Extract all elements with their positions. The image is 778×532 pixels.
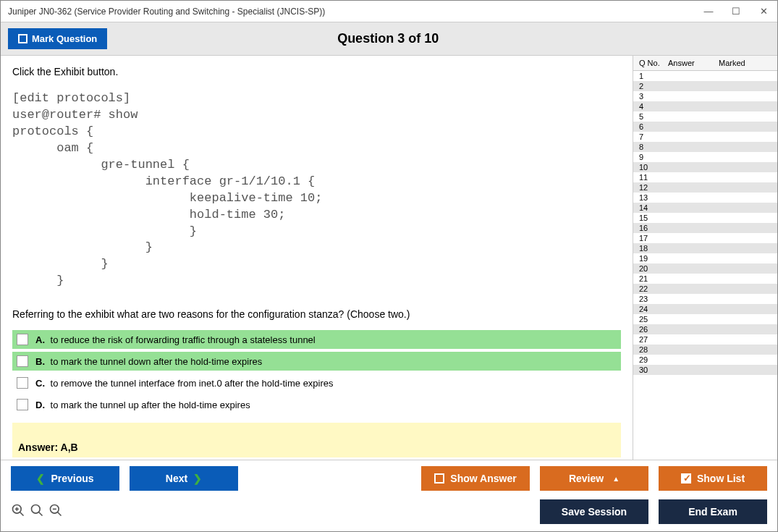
col-marked: Marked: [719, 59, 777, 67]
question-list-row[interactable]: 15: [633, 213, 777, 223]
question-list-row[interactable]: 26: [633, 324, 777, 334]
app-window: Juniper JN0-362 (Service Provider Routin…: [0, 0, 778, 532]
col-qno: Q No.: [639, 59, 668, 67]
question-list-row[interactable]: 1: [633, 71, 777, 81]
titlebar: Juniper JN0-362 (Service Provider Routin…: [1, 1, 777, 22]
previous-button[interactable]: ❮ Previous: [11, 466, 119, 491]
question-list-row[interactable]: 8: [633, 142, 777, 152]
main-body: Click the Exhibit button. [edit protocol…: [1, 56, 777, 460]
svg-line-5: [39, 512, 43, 515]
question-list-row[interactable]: 16: [633, 223, 777, 233]
option-text: D. to mark the tunnel up after the hold-…: [35, 400, 250, 410]
question-list-row[interactable]: 24: [633, 304, 777, 314]
question-counter: Question 3 of 10: [6, 31, 770, 46]
question-list-row[interactable]: 14: [633, 203, 777, 213]
question-list-row[interactable]: 5: [633, 111, 777, 122]
answer-bar: Answer: A,B: [12, 423, 621, 457]
option-checkbox[interactable]: [17, 399, 28, 410]
question-list-row[interactable]: 13: [633, 193, 777, 203]
question-list-row[interactable]: 25: [633, 314, 777, 324]
exhibit-code: [edit protocols] user@router# show proto…: [12, 90, 621, 290]
question-list-row[interactable]: 12: [633, 182, 777, 193]
zoom-reset-icon[interactable]: [11, 503, 25, 521]
question-list-row[interactable]: 17: [633, 233, 777, 243]
header-bar: Mark Question Question 3 of 10: [1, 22, 777, 56]
question-list-row[interactable]: 27: [633, 334, 777, 345]
button-row-2: Save Session End Exam: [1, 497, 777, 531]
review-button[interactable]: Review ▲: [540, 466, 648, 491]
minimize-icon[interactable]: —: [702, 5, 715, 18]
question-list-row[interactable]: 9: [633, 152, 777, 162]
question-list-row[interactable]: 18: [633, 243, 777, 253]
show-list-label: Show List: [697, 473, 745, 484]
question-text: Referring to the exhibit what are two re…: [12, 308, 621, 320]
option-checkbox[interactable]: [17, 334, 28, 345]
chevron-up-icon: ▲: [612, 475, 620, 483]
zoom-out-icon[interactable]: [48, 503, 63, 521]
end-exam-button[interactable]: End Exam: [659, 499, 767, 524]
end-exam-label: End Exam: [688, 506, 737, 518]
question-list-header: Q No. Answer Marked: [633, 56, 777, 71]
window-title: Juniper JN0-362 (Service Provider Routin…: [8, 7, 702, 17]
option-checkbox[interactable]: [17, 355, 28, 367]
question-list-row[interactable]: 2: [633, 81, 777, 91]
button-row-1: ❮ Previous Next ❯ Show Answer Review ▲ S…: [1, 460, 777, 497]
option-row[interactable]: A. to reduce the risk of forwarding traf…: [12, 330, 621, 349]
question-list-panel: Q No. Answer Marked 12345678910111213141…: [633, 56, 777, 460]
window-controls: — ☐ ✕: [702, 5, 770, 18]
question-list-row[interactable]: 20: [633, 263, 777, 274]
option-text: C. to remove the tunnel interface from i…: [35, 378, 334, 389]
content-area[interactable]: Click the Exhibit button. [edit protocol…: [1, 56, 633, 460]
question-list-row[interactable]: 3: [633, 91, 777, 101]
question-list-row[interactable]: 4: [633, 101, 777, 111]
svg-line-7: [58, 512, 62, 515]
question-list-row[interactable]: 30: [633, 365, 777, 375]
option-row[interactable]: D. to mark the tunnel up after the hold-…: [12, 395, 621, 414]
chevron-left-icon: ❮: [36, 473, 45, 484]
option-text: A. to reduce the risk of forwarding traf…: [35, 334, 316, 345]
option-row[interactable]: B. to mark the tunnel down after the hol…: [12, 352, 621, 371]
svg-point-4: [32, 504, 41, 513]
zoom-controls: [11, 503, 63, 521]
question-list[interactable]: 1234567891011121314151617181920212223242…: [633, 71, 777, 460]
next-button[interactable]: Next ❯: [130, 466, 238, 491]
question-list-row[interactable]: 19: [633, 253, 777, 263]
checkbox-checked-icon: [681, 473, 691, 484]
question-list-row[interactable]: 22: [633, 284, 777, 294]
previous-label: Previous: [51, 473, 93, 484]
question-list-row[interactable]: 23: [633, 294, 777, 304]
option-checkbox[interactable]: [17, 377, 28, 389]
save-session-button[interactable]: Save Session: [540, 499, 648, 524]
show-answer-label: Show Answer: [450, 473, 516, 484]
question-list-row[interactable]: 7: [633, 132, 777, 142]
show-answer-button[interactable]: Show Answer: [421, 466, 530, 491]
question-list-row[interactable]: 29: [633, 355, 777, 365]
question-list-row[interactable]: 6: [633, 122, 777, 132]
review-label: Review: [569, 473, 604, 484]
close-icon[interactable]: ✕: [757, 5, 770, 18]
question-list-row[interactable]: 28: [633, 345, 777, 355]
maximize-icon[interactable]: ☐: [730, 5, 743, 18]
save-session-label: Save Session: [562, 506, 627, 518]
show-list-button[interactable]: Show List: [659, 466, 767, 491]
instruction-text: Click the Exhibit button.: [12, 66, 621, 77]
checkbox-icon: [434, 473, 444, 484]
svg-line-1: [20, 512, 24, 515]
options-list: A. to reduce the risk of forwarding traf…: [12, 330, 621, 414]
next-label: Next: [166, 473, 187, 484]
chevron-right-icon: ❯: [193, 473, 202, 484]
option-text: B. to mark the tunnel down after the hol…: [35, 356, 262, 367]
question-list-row[interactable]: 10: [633, 162, 777, 172]
option-row[interactable]: C. to remove the tunnel interface from i…: [12, 373, 621, 392]
col-answer: Answer: [668, 59, 719, 67]
zoom-in-icon[interactable]: [30, 503, 44, 521]
question-list-row[interactable]: 11: [633, 172, 777, 182]
question-list-row[interactable]: 21: [633, 274, 777, 284]
